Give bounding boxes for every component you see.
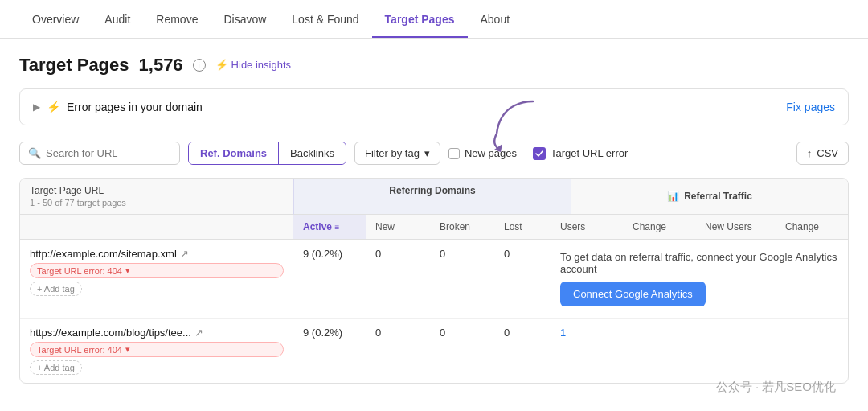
external-link-icon-1: ↗ [180,248,189,260]
lost-cell-1: 0 [494,240,551,318]
data-table: Target Page URL 1 - 50 of 77 target page… [19,178,849,384]
nav-item-about[interactable]: About [468,2,523,37]
active-cell-2: 9 (0.2%) [293,319,366,383]
chevron-down-icon: ▾ [424,147,430,159]
search-icon: 🔍 [28,147,41,159]
users-cell-2: 1 [551,319,623,383]
table-row: http://example.com/sitemap.xml ↗ Target … [20,240,848,319]
filter-row: 🔍 Ref. Domains Backlinks Filter by tag ▾… [19,142,849,165]
hide-insights-label: Hide insights [231,59,291,71]
url-cell-2: https://example.com/blog/tips/tee... ↗ T… [20,319,293,383]
lightning-icon: ⚡ [215,59,228,71]
referral-traffic-label: Referral Traffic [684,191,752,202]
tag-chevron-2: ▾ [125,344,130,355]
referral-message: To get data on referral traffic, connect… [560,251,838,275]
error-lightning-icon: ⚡ [47,101,60,113]
url-text-2: https://example.com/blog/tips/tee... [30,327,191,339]
url-cell-1: http://example.com/sitemap.xml ↗ Target … [20,240,293,318]
ref-domains-button[interactable]: Ref. Domains [189,142,279,164]
nav-item-remove[interactable]: Remove [143,2,211,37]
fix-pages-link[interactable]: Fix pages [786,101,835,113]
new-pages-checkbox[interactable] [448,148,460,159]
col-header-url [20,215,293,240]
error-label: Error pages in your domain [67,101,203,113]
nav-item-audit[interactable]: Audit [92,2,143,37]
active-cell-1: 9 (0.2%) [293,240,366,318]
bar-chart-icon: 📊 [667,191,679,202]
col-header-new-users[interactable]: New Users [695,215,776,240]
connect-ga-button[interactable]: Connect Google Analytics [560,282,706,306]
target-url-error-checkbox[interactable] [533,147,546,160]
new-cell-1: 0 [366,240,430,318]
lost-cell-2: 0 [494,319,551,383]
search-box[interactable]: 🔍 [19,142,180,165]
info-icon[interactable]: i [193,59,206,72]
hide-insights-button[interactable]: ⚡ Hide insights [215,59,291,72]
nav-item-lost-found[interactable]: Lost & Found [279,2,371,37]
nav-item-overview[interactable]: Overview [19,2,92,37]
tag-badge-2[interactable]: Target URL error: 404 ▾ [30,342,284,357]
ref-domains-group-header: Referring Domains [293,179,571,215]
table-row: https://example.com/blog/tips/tee... ↗ T… [20,319,848,383]
url-col-title: Target Page URL [30,185,284,196]
url-text-1: http://example.com/sitemap.xml [30,248,177,260]
csv-button[interactable]: ↑ CSV [796,142,849,165]
add-tag-button-1[interactable]: + Add tag [30,282,82,296]
search-input[interactable] [46,147,171,159]
table-group-headers: Target Page URL 1 - 50 of 77 target page… [20,179,848,215]
new-pages-checkbox-label[interactable]: New pages [448,147,517,159]
page-count: 1,576 [139,55,183,76]
new-cell-2: 0 [366,319,430,383]
external-link-icon-2: ↗ [194,327,203,339]
error-box-left: ▶ ⚡ Error pages in your domain [33,101,203,113]
referral-panel: To get data on referral traffic, connect… [551,240,848,318]
referral-group-header: 📊 Referral Traffic [571,179,848,215]
main-content: Target Pages 1,576 i ⚡ Hide insights ▶ ⚡… [0,39,868,384]
col-header-broken[interactable]: Broken [430,215,494,240]
url-col-subtext: 1 - 50 of 77 target pages [30,198,284,208]
col-header-active[interactable]: Active ≡ [293,215,366,240]
filter-tag-button[interactable]: Filter by tag ▾ [354,142,440,165]
filter-tag-label: Filter by tag [365,147,420,159]
col-header-change[interactable]: Change [623,215,695,240]
chevron-right-icon[interactable]: ▶ [33,101,40,113]
nav-bar: Overview Audit Remove Disavow Lost & Fou… [0,0,868,39]
page-header: Target Pages 1,576 i ⚡ Hide insights [19,55,849,76]
url-link-1[interactable]: http://example.com/sitemap.xml ↗ [30,248,284,260]
tag-chevron-1: ▾ [125,265,130,276]
new-pages-label: New pages [465,147,517,159]
col-header-users[interactable]: Users [551,215,623,240]
add-tag-button-2[interactable]: + Add tag [30,360,82,375]
page-title: Target Pages [19,55,129,76]
url-group-header: Target Page URL 1 - 50 of 77 target page… [20,179,293,215]
tag-text-2: Target URL error: 404 [37,345,122,355]
col-header-new[interactable]: New [366,215,430,240]
col-header-change2[interactable]: Change [776,215,848,240]
table-col-headers: Active ≡ New Broken Lost Users Change Ne… [20,215,848,240]
nav-item-disavow[interactable]: Disavow [211,2,279,37]
col-header-lost[interactable]: Lost [494,215,551,240]
view-toggle-group: Ref. Domains Backlinks [188,142,346,165]
target-url-error-checkbox-label[interactable]: Target URL error [533,147,628,160]
nav-item-target-pages[interactable]: Target Pages [372,2,468,37]
target-url-error-label: Target URL error [551,147,628,159]
backlinks-button[interactable]: Backlinks [279,142,346,164]
tag-badge-1[interactable]: Target URL error: 404 ▾ [30,263,284,278]
sort-icon: ≡ [334,223,339,232]
error-box: ▶ ⚡ Error pages in your domain Fix pages [19,88,849,125]
url-link-2[interactable]: https://example.com/blog/tips/tee... ↗ [30,327,284,339]
broken-cell-2: 0 [430,319,494,383]
broken-cell-1: 0 [430,240,494,318]
tag-text-1: Target URL error: 404 [37,266,122,276]
upload-icon: ↑ [807,147,813,159]
csv-label: CSV [817,147,838,159]
